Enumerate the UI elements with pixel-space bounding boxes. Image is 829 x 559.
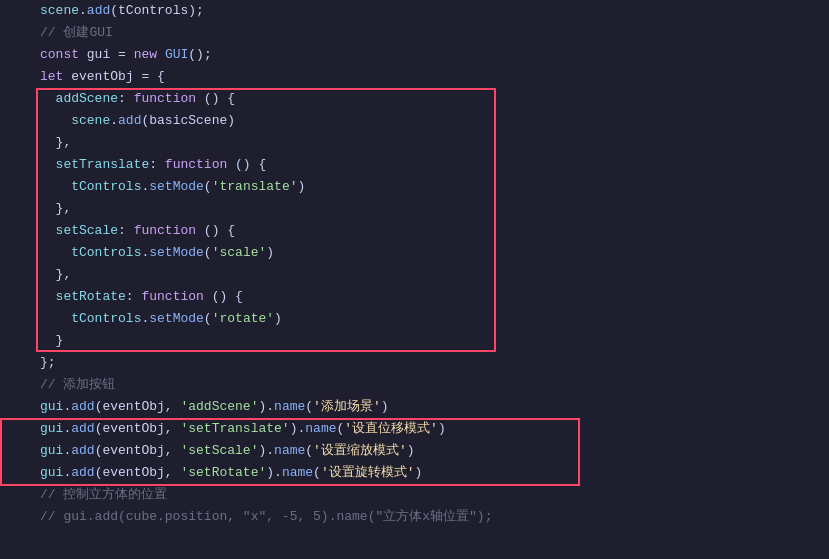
code-line: scene.add(tControls); [0,0,829,22]
line-content: // 添加按钮 [32,374,829,396]
code-line: } [0,330,829,352]
code-line: gui.add(eventObj, 'setRotate').name('设置旋… [0,462,829,484]
line-content: gui.add(eventObj, 'setTranslate').name('… [32,418,829,440]
code-line: setScale: function () { [0,220,829,242]
line-content: let eventObj = { [32,66,829,88]
code-line: }; [0,352,829,374]
code-line: // 添加按钮 [0,374,829,396]
line-content: setRotate: function () { [32,286,829,308]
line-content: tControls.setMode('translate') [32,176,829,198]
code-line: // 控制立方体的位置 [0,484,829,506]
code-line: setRotate: function () { [0,286,829,308]
code-line: // gui.add(cube.position, "x", -5, 5).na… [0,506,829,528]
line-content: }, [32,198,829,220]
code-area: scene.add(tControls); // 创建GUI const gui… [0,0,829,528]
line-content: addScene: function () { [32,88,829,110]
line-content: setTranslate: function () { [32,154,829,176]
line-content: } [32,330,829,352]
code-line: }, [0,132,829,154]
line-content: }, [32,132,829,154]
code-line: // 创建GUI [0,22,829,44]
code-line: tControls.setMode('rotate') [0,308,829,330]
line-content: const gui = new GUI(); [32,44,829,66]
code-line: tControls.setMode('scale') [0,242,829,264]
line-content: // gui.add(cube.position, "x", -5, 5).na… [32,506,829,528]
line-content: gui.add(eventObj, 'setScale').name('设置缩放… [32,440,829,462]
code-editor: scene.add(tControls); // 创建GUI const gui… [0,0,829,559]
code-line: scene.add(basicScene) [0,110,829,132]
code-line: addScene: function () { [0,88,829,110]
line-content: // 创建GUI [32,22,829,44]
code-line: }, [0,264,829,286]
code-line: gui.add(eventObj, 'setTranslate').name('… [0,418,829,440]
code-line: setTranslate: function () { [0,154,829,176]
line-content: setScale: function () { [32,220,829,242]
line-content: // 控制立方体的位置 [32,484,829,506]
line-content: scene.add(tControls); [32,0,829,22]
line-content: tControls.setMode('scale') [32,242,829,264]
line-content: }; [32,352,829,374]
code-line: gui.add(eventObj, 'addScene').name('添加场景… [0,396,829,418]
line-content: }, [32,264,829,286]
line-content: scene.add(basicScene) [32,110,829,132]
code-line: const gui = new GUI(); [0,44,829,66]
code-line: gui.add(eventObj, 'setScale').name('设置缩放… [0,440,829,462]
code-line: }, [0,198,829,220]
line-content: gui.add(eventObj, 'setRotate').name('设置旋… [32,462,829,484]
line-content: gui.add(eventObj, 'addScene').name('添加场景… [32,396,829,418]
line-content: tControls.setMode('rotate') [32,308,829,330]
code-line: tControls.setMode('translate') [0,176,829,198]
code-line: let eventObj = { [0,66,829,88]
